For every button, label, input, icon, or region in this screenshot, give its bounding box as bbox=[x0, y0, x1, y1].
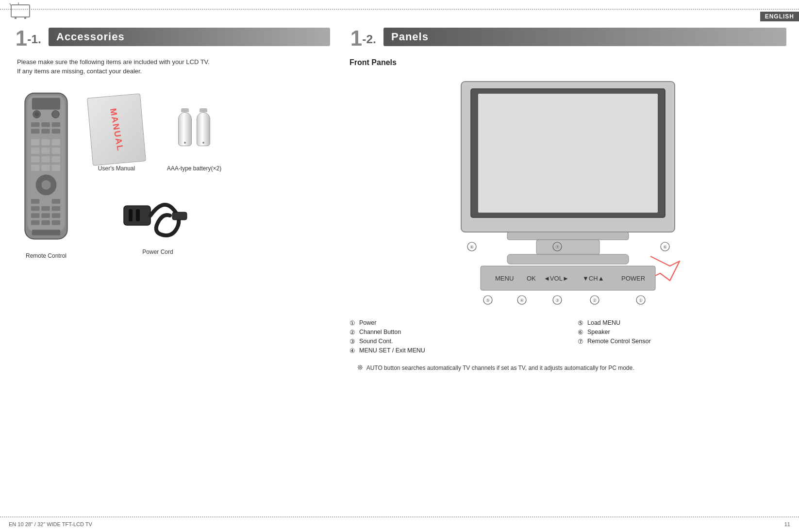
svg-rect-14 bbox=[41, 122, 50, 127]
svg-text:⑥: ⑥ bbox=[663, 245, 667, 249]
legend-label-5: Load MENU bbox=[587, 319, 620, 326]
accessory-manual: MANUAL User's Manual bbox=[87, 93, 146, 172]
right-column: 1 -2. Panels Front Panels MENU bbox=[350, 24, 786, 373]
legend-item-2: ② Channel Button bbox=[350, 329, 558, 336]
svg-rect-23 bbox=[41, 148, 50, 154]
svg-text:⑤: ⑤ bbox=[486, 298, 490, 303]
svg-text:1: 1 bbox=[350, 26, 362, 50]
legend-item-7: ⑦ Remote Control Sensor bbox=[578, 338, 786, 345]
bottom-border bbox=[0, 516, 799, 517]
svg-rect-38 bbox=[31, 213, 39, 218]
left-column: 1 -1. Accessories Please make sure the f… bbox=[15, 24, 330, 259]
svg-rect-48 bbox=[172, 212, 187, 220]
svg-text:MENU: MENU bbox=[495, 275, 514, 282]
tv-icon-top bbox=[9, 2, 28, 17]
legend-num-2: ② bbox=[350, 329, 355, 336]
svg-rect-18 bbox=[52, 129, 60, 133]
svg-rect-15 bbox=[52, 122, 60, 127]
svg-point-32 bbox=[41, 180, 50, 189]
svg-rect-13 bbox=[31, 122, 39, 127]
svg-rect-54 bbox=[507, 232, 629, 240]
battery-image bbox=[178, 108, 210, 146]
svg-rect-20 bbox=[41, 139, 50, 146]
legend-label-2: Channel Button bbox=[359, 329, 401, 335]
footer-left: EN 10 28" / 32" WIDE TFT-LCD TV bbox=[9, 521, 92, 527]
remote-control-svg bbox=[17, 88, 75, 249]
svg-rect-37 bbox=[52, 206, 60, 211]
svg-rect-29 bbox=[41, 165, 50, 171]
svg-text:◄VOL►: ◄VOL► bbox=[544, 275, 569, 282]
tv-front-svg: MENU OK ◄VOL► ▼CH▲ POWER ① ② ③ ④ ⑤ ⑥ bbox=[432, 77, 704, 310]
legend-label-7: Remote Control Sensor bbox=[587, 338, 651, 345]
svg-point-11 bbox=[34, 112, 39, 117]
svg-rect-43 bbox=[52, 220, 60, 225]
battery-label: AAA-type battery(×2) bbox=[167, 165, 221, 172]
svg-text:③: ③ bbox=[555, 298, 559, 303]
auto-note-symbol: ❊ bbox=[357, 364, 363, 371]
svg-rect-0 bbox=[11, 5, 30, 17]
section2-header: 1 -2. Panels bbox=[350, 24, 786, 50]
svg-rect-26 bbox=[41, 156, 50, 163]
tv-illustration: MENU OK ◄VOL► ▼CH▲ POWER ① ② ③ ④ ⑤ ⑥ bbox=[350, 77, 786, 310]
english-badge: ENGLISH bbox=[760, 12, 799, 21]
svg-text:▼CH▲: ▼CH▲ bbox=[583, 275, 604, 282]
section1-header: 1 -1. Accessories bbox=[15, 24, 330, 50]
svg-rect-56 bbox=[507, 254, 629, 264]
svg-rect-27 bbox=[52, 156, 60, 163]
svg-text:⑦: ⑦ bbox=[555, 245, 559, 249]
legend-item-6: ⑥ Speaker bbox=[578, 329, 786, 336]
svg-rect-24 bbox=[52, 148, 60, 154]
legend-item-4: ④ MENU SET / Exit MENU bbox=[350, 347, 558, 354]
manual-label: User's Manual bbox=[98, 165, 135, 172]
accessories-intro-1: Please make sure the following items are… bbox=[17, 58, 330, 66]
svg-rect-28 bbox=[31, 165, 39, 171]
svg-text:①: ① bbox=[639, 298, 643, 303]
svg-text:1: 1 bbox=[16, 26, 27, 50]
auto-note-text: AUTO button searches automatically TV ch… bbox=[366, 365, 634, 371]
legend-label-3: Sound Cont. bbox=[359, 338, 393, 345]
accessory-battery: AAA-type battery(×2) bbox=[160, 93, 228, 172]
svg-rect-21 bbox=[52, 139, 60, 146]
legend-num-4: ④ bbox=[350, 347, 355, 354]
svg-text:-2.: -2. bbox=[362, 33, 376, 46]
front-panels-title: Front Panels bbox=[350, 58, 786, 67]
legend-num-5: ⑤ bbox=[578, 319, 583, 327]
svg-rect-35 bbox=[31, 206, 39, 211]
svg-rect-25 bbox=[31, 156, 39, 163]
svg-rect-9 bbox=[32, 98, 60, 109]
section2-title: Panels bbox=[391, 31, 429, 43]
svg-rect-30 bbox=[52, 165, 60, 171]
legend-num-6: ⑥ bbox=[578, 329, 583, 336]
svg-rect-17 bbox=[41, 129, 50, 133]
svg-rect-8 bbox=[27, 96, 65, 232]
section2-number: 1 -2. bbox=[350, 24, 383, 50]
svg-rect-44 bbox=[32, 230, 60, 235]
legend-label-1: Power bbox=[359, 319, 376, 326]
svg-rect-33 bbox=[31, 199, 39, 204]
section1-title: Accessories bbox=[56, 31, 125, 43]
legend-item-5: ⑤ Load MENU bbox=[578, 319, 786, 327]
section1-number: 1 -1. bbox=[15, 24, 49, 50]
top-border bbox=[0, 9, 799, 10]
accessories-intro-2: If any items are missing, contact your d… bbox=[17, 67, 330, 75]
svg-rect-1 bbox=[15, 17, 17, 19]
svg-rect-41 bbox=[31, 220, 39, 225]
legend-item-1: ① Power bbox=[350, 319, 558, 327]
power-cord-svg bbox=[119, 189, 197, 242]
svg-line-3 bbox=[10, 3, 11, 6]
section2-title-bar: Panels bbox=[383, 28, 786, 46]
svg-rect-46 bbox=[129, 209, 133, 221]
auto-note: ❊ AUTO button searches automatically TV … bbox=[350, 362, 786, 373]
svg-text:-1.: -1. bbox=[27, 33, 41, 46]
svg-rect-40 bbox=[52, 213, 60, 218]
legend-num-1: ① bbox=[350, 319, 355, 327]
accessory-remote: Remote Control bbox=[15, 88, 78, 259]
svg-text:POWER: POWER bbox=[621, 275, 645, 282]
legend-label-4: MENU SET / Exit MENU bbox=[359, 347, 425, 354]
legend-grid: ① Power ⑤ Load MENU ② Channel Button ⑥ S… bbox=[350, 319, 786, 354]
svg-rect-2 bbox=[24, 17, 26, 19]
svg-rect-19 bbox=[31, 139, 39, 146]
remote-label: Remote Control bbox=[26, 252, 67, 259]
powercord-label: Power Cord bbox=[142, 249, 173, 255]
svg-rect-22 bbox=[31, 148, 39, 154]
